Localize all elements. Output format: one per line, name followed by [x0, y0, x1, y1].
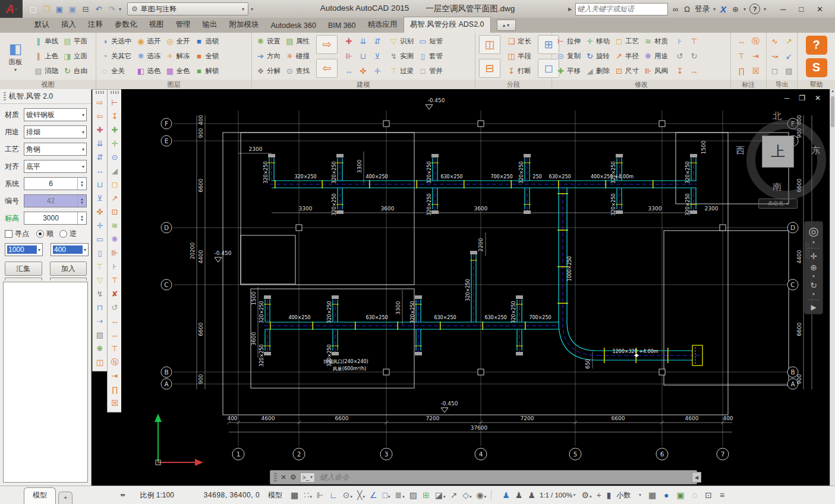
- toolbar-grip[interactable]: [96, 91, 104, 94]
- lineweight-icon[interactable]: ≣▾: [392, 490, 407, 500]
- dynamic-ucs-icon[interactable]: ↗: [448, 490, 460, 500]
- flip-tool[interactable]: ⊤: [109, 274, 121, 286]
- help-icon[interactable]: ?: [749, 4, 760, 14]
- open-file-button[interactable]: ❐: [40, 3, 52, 15]
- tab-yizhi-duct-ads[interactable]: 易智.风管分段 ADS2.0: [404, 17, 491, 33]
- dim-width-button[interactable]: ↔: [735, 34, 749, 48]
- viewcube-south[interactable]: 南: [773, 181, 782, 193]
- vertical-scrollbar[interactable]: ▲: [830, 89, 835, 486]
- size-button[interactable]: ⊡尺寸: [612, 67, 641, 75]
- align-select[interactable]: 底平▾: [24, 160, 87, 173]
- hidden-button-1[interactable]: [5, 278, 42, 281]
- tab-addins[interactable]: 附加模块: [223, 17, 265, 33]
- search-expand-icon[interactable]: ▶: [568, 7, 572, 12]
- tee-tool[interactable]: ✜: [94, 206, 106, 218]
- annotation-monitor-plus-icon[interactable]: +: [594, 490, 604, 500]
- drop-tool[interactable]: ⇊: [94, 137, 106, 150]
- singleline-button[interactable]: ∥单线: [31, 37, 61, 46]
- command-customize-icon[interactable]: ⚙: [290, 473, 297, 481]
- layer-off-others-button[interactable]: ◔关其它: [98, 52, 134, 61]
- drawing-canvas[interactable]: ─ ❐ ✕: [121, 89, 830, 486]
- half-segment-button[interactable]: ◫半段: [505, 52, 534, 61]
- break-button[interactable]: ↧打断: [505, 67, 534, 75]
- grid-icon[interactable]: ▦: [288, 490, 301, 500]
- measure-tool[interactable]: ↯: [94, 288, 106, 300]
- tab-autodesk360[interactable]: Autodesk 360: [265, 19, 322, 33]
- minimize-button[interactable]: ─: [780, 5, 786, 14]
- shade-button[interactable]: ∥上色: [31, 52, 61, 61]
- plan-view-button[interactable]: ▤平面: [61, 37, 90, 46]
- pan-move-button[interactable]: ✚平移: [554, 67, 583, 75]
- layer-lock-selected-button[interactable]: ■选锁: [193, 37, 222, 46]
- height-select[interactable]: 400▾: [51, 243, 89, 256]
- new-layout-tab[interactable]: +: [58, 492, 73, 504]
- cross-tool[interactable]: ✚: [94, 124, 106, 136]
- viewcube-east[interactable]: 东: [811, 145, 820, 156]
- layer-color-all-button[interactable]: ▦全色: [163, 67, 193, 75]
- annotation-monitor-icon[interactable]: ◉▾: [474, 490, 489, 500]
- export-polyline-button[interactable]: ↝: [768, 49, 782, 63]
- fitting-cross-button[interactable]: ✚: [342, 34, 356, 48]
- saddle-tool[interactable]: ⊻: [94, 192, 106, 204]
- yizhi-logo-button[interactable]: S: [806, 58, 827, 77]
- viewcube-west[interactable]: 西: [736, 145, 745, 156]
- rotate-n-button[interactable]: ↻: [687, 49, 701, 63]
- model-space-toggle[interactable]: 模型: [268, 490, 282, 500]
- help-button[interactable]: ?: [806, 36, 827, 55]
- named-view-dropdown[interactable]: 未命名▾: [758, 199, 798, 209]
- width-modify-button[interactable]: ↔: [687, 64, 701, 78]
- tab-manage[interactable]: 管理: [170, 17, 197, 33]
- cross2-tool[interactable]: ✛: [94, 219, 106, 232]
- pan-icon[interactable]: ✛: [810, 251, 817, 261]
- stretch-button[interactable]: ⊢拉伸: [554, 37, 583, 46]
- erase-tool[interactable]: ◢: [109, 165, 121, 177]
- drawing-close-button[interactable]: ✕: [815, 94, 821, 102]
- dim-number-button[interactable]: Ⓝ: [749, 34, 763, 48]
- new-file-button[interactable]: ▢: [27, 3, 39, 15]
- segment-tool[interactable]: ◫: [94, 356, 106, 368]
- damper-tool[interactable]: ⊪: [109, 247, 121, 259]
- copy-button[interactable]: ⊙复制: [554, 52, 583, 61]
- cad-drawing[interactable]: 1 2 3 4 5 6 7 F E D C B A F E D C B A 40…: [121, 89, 830, 486]
- command-prompt-icon[interactable]: >_▾: [300, 472, 315, 483]
- material-button[interactable]: ≋材质: [641, 37, 670, 46]
- riser-duct[interactable]: [559, 187, 702, 366]
- ucs-icon[interactable]: ◇▾: [460, 490, 474, 500]
- snap-mode-icon[interactable]: ∷▾: [301, 490, 314, 500]
- fitting-riser-button[interactable]: ⇵: [370, 34, 385, 48]
- chevron-down-icon[interactable]: ▾: [812, 274, 815, 279]
- craft-tool[interactable]: ◻: [109, 178, 121, 191]
- dim-clear-button[interactable]: ☒: [749, 64, 763, 78]
- dim-number-tool[interactable]: Ⓝ: [109, 356, 121, 368]
- ribbon-collapse-button[interactable]: ▴▾: [497, 20, 516, 31]
- annotation-autoscale-icon[interactable]: ♟: [513, 490, 526, 500]
- osnap-tracking-icon[interactable]: ∠: [367, 490, 380, 500]
- sign-in-button[interactable]: 登录: [695, 4, 710, 14]
- dim-column-tool[interactable]: ∏: [109, 383, 121, 396]
- copy-tool[interactable]: ⊙: [109, 151, 121, 163]
- tab-insert[interactable]: 插入: [55, 17, 82, 33]
- scroll-up-icon[interactable]: ▲: [830, 89, 835, 95]
- rotate-x-button[interactable]: ↺: [673, 49, 687, 63]
- print-button[interactable]: ⊟: [80, 3, 92, 15]
- selection-cycling-icon[interactable]: ⊞: [420, 490, 433, 500]
- sleeve-button[interactable]: ▯套管: [416, 52, 445, 61]
- sign-in-dropdown-icon[interactable]: ▾: [713, 7, 716, 12]
- seek-point-checkbox[interactable]: [5, 230, 12, 238]
- craft-button[interactable]: ◻工艺: [612, 37, 641, 46]
- drawing-restore-button[interactable]: ❐: [799, 94, 805, 102]
- dim-column-button[interactable]: ∏: [735, 64, 749, 78]
- save-as-button[interactable]: ▣: [67, 3, 78, 15]
- rotate-button[interactable]: ↻旋转: [583, 52, 612, 61]
- usage-button[interactable]: ❋用途: [641, 52, 670, 61]
- beam-tool[interactable]: ⊤: [94, 260, 106, 273]
- viewcube-top-face[interactable]: 上: [762, 136, 794, 168]
- search-binoculars-icon[interactable]: ∞: [672, 5, 679, 14]
- layer-freeze-selected-button[interactable]: ❄选冻: [134, 52, 163, 61]
- communication-center-icon[interactable]: ⊛: [731, 5, 740, 14]
- toolbar-grip[interactable]: [111, 91, 119, 94]
- fitting-side-button[interactable]: ⊪: [342, 49, 356, 63]
- layer-unlock-button[interactable]: ■解锁: [193, 67, 222, 75]
- layer-all-on-button[interactable]: ◎全开: [163, 37, 193, 46]
- chevron-down-icon[interactable]: ▾: [639, 493, 641, 497]
